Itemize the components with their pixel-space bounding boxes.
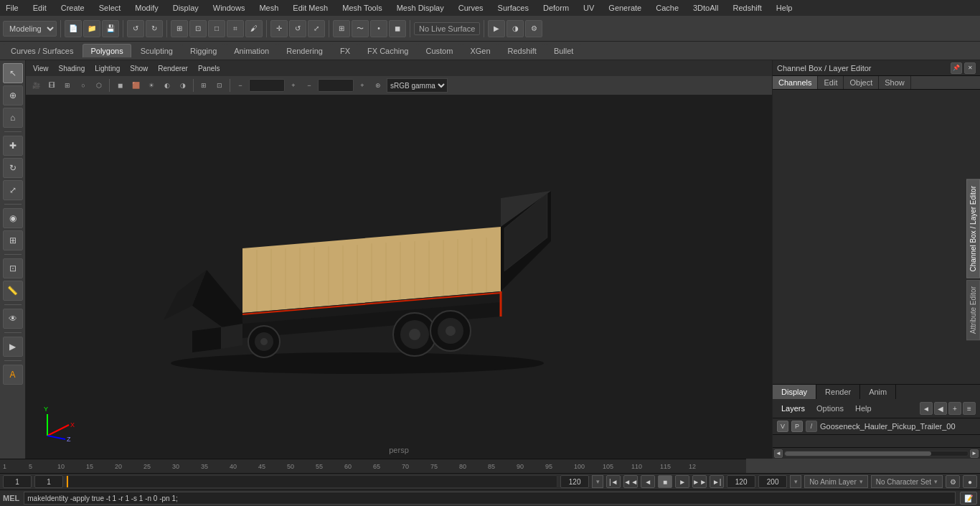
tab-sculpting[interactable]: Sculpting xyxy=(133,44,181,57)
snap-surface-button[interactable]: ◼ xyxy=(389,20,406,37)
range-end-input-1[interactable] xyxy=(560,475,589,488)
tab-polygons[interactable]: Polygons xyxy=(83,44,131,57)
layers-prev-button[interactable]: ◄ xyxy=(920,402,933,415)
tab-xgen[interactable]: XGen xyxy=(462,44,498,57)
gamma-minus-btn[interactable]: − xyxy=(302,78,316,93)
snap-grid-button[interactable]: ⊞ xyxy=(333,20,350,37)
tab-rigging[interactable]: Rigging xyxy=(182,44,225,57)
view-menu[interactable]: View xyxy=(30,63,52,74)
redo-button[interactable]: ↻ xyxy=(146,20,163,37)
gamma-input[interactable]: 1.00 xyxy=(318,79,354,92)
menu-generate[interactable]: Generate xyxy=(606,2,644,14)
menu-mesh-display[interactable]: Mesh Display xyxy=(394,2,447,14)
scene-area[interactable]: X Y Z persp xyxy=(26,95,772,459)
autokey-button[interactable]: ● xyxy=(963,475,977,488)
menu-mesh-tools[interactable]: Mesh Tools xyxy=(339,2,385,14)
select-by-component-button[interactable]: ⊡ xyxy=(189,20,207,37)
grid-btn[interactable]: ⊞ xyxy=(197,78,211,93)
play-back-button[interactable]: ◄ xyxy=(641,475,655,488)
step-back-button[interactable]: ◄◄ xyxy=(623,475,638,488)
paint-select-button[interactable]: 🖌 xyxy=(245,20,263,37)
step-forward-button[interactable]: ►► xyxy=(692,475,707,488)
menu-help[interactable]: Help xyxy=(773,2,796,14)
layers-scrollbar[interactable]: ◄ ► xyxy=(773,447,980,459)
tab-curves-surfaces[interactable]: Curves / Surfaces xyxy=(3,44,81,57)
tab-redshift[interactable]: Redshift xyxy=(500,44,545,57)
layers-options-button[interactable]: ≡ xyxy=(963,402,976,415)
range-end-input-2[interactable] xyxy=(727,475,755,488)
play-forward-button[interactable]: ► xyxy=(675,475,689,488)
menu-mesh[interactable]: Mesh xyxy=(256,2,281,14)
lighting-btn[interactable]: ☀ xyxy=(144,78,159,93)
menu-create[interactable]: Create xyxy=(58,2,88,14)
select-tool-button[interactable]: ↖ xyxy=(3,63,23,83)
panel-pin-button[interactable]: 📌 xyxy=(951,62,962,74)
scroll-right-btn[interactable]: ► xyxy=(970,449,979,458)
menu-modify[interactable]: Modify xyxy=(132,2,161,14)
snap-curve-button[interactable]: 〜 xyxy=(352,20,369,37)
tab-fx-caching[interactable]: FX Caching xyxy=(359,44,416,57)
render-tab[interactable]: Render xyxy=(816,385,860,399)
go-to-start-button[interactable]: |◄ xyxy=(606,475,621,488)
open-file-button[interactable]: 📁 xyxy=(83,20,100,37)
menu-curves[interactable]: Curves xyxy=(456,2,486,14)
tab-custom[interactable]: Custom xyxy=(418,44,461,57)
color-transform-btn[interactable]: ⊛ xyxy=(371,78,385,93)
film-btn[interactable]: 🎞 xyxy=(44,78,59,93)
menu-cache[interactable]: Cache xyxy=(653,2,682,14)
arnold-button[interactable]: A xyxy=(3,365,23,385)
camera-button[interactable]: 🎥 xyxy=(29,78,43,93)
menu-surfaces[interactable]: Surfaces xyxy=(495,2,532,14)
textured-btn[interactable]: 🟫 xyxy=(128,78,143,93)
rotate-button[interactable]: ↻ xyxy=(3,158,23,178)
scroll-thumb[interactable] xyxy=(785,451,931,456)
show-hide-button[interactable]: 👁 xyxy=(3,309,23,329)
shadows-btn[interactable]: ◐ xyxy=(160,78,174,93)
stop-button[interactable]: ■ xyxy=(658,475,672,488)
exposure-plus-btn[interactable]: + xyxy=(286,78,301,93)
layer-visibility-p[interactable]: P xyxy=(791,421,803,432)
anim-layer-selector[interactable]: No Anim Layer ▾ xyxy=(804,475,868,488)
go-to-end-button[interactable]: ►| xyxy=(710,475,724,488)
shaded-btn[interactable]: ◼ xyxy=(113,78,127,93)
attribute-editor-side-tab[interactable]: Attribute Editor xyxy=(966,280,980,340)
menu-deform[interactable]: Deform xyxy=(540,2,572,14)
new-file-button[interactable]: 📄 xyxy=(65,20,82,37)
panels-menu[interactable]: Panels xyxy=(195,63,223,74)
options-tab-label[interactable]: Options xyxy=(812,403,848,414)
range-dropdown[interactable]: ▾ xyxy=(790,475,801,488)
measure-button[interactable]: 📏 xyxy=(3,281,23,301)
component-button[interactable]: ⊞ xyxy=(3,230,23,250)
menu-windows[interactable]: Windows xyxy=(210,2,248,14)
layers-add-button[interactable]: + xyxy=(948,402,961,415)
char-set-selector[interactable]: No Character Set ▾ xyxy=(871,475,943,488)
tab-rendering[interactable]: Rendering xyxy=(278,44,331,57)
rotate-tool-button[interactable]: ↺ xyxy=(289,20,306,37)
menu-select[interactable]: Select xyxy=(96,2,124,14)
mode-select[interactable]: Modeling xyxy=(3,21,57,37)
isolate-btn[interactable]: ○ xyxy=(76,78,90,93)
save-file-button[interactable]: 💾 xyxy=(102,20,119,37)
menu-uv[interactable]: UV xyxy=(580,2,597,14)
menu-file[interactable]: File xyxy=(3,2,22,14)
object-tab[interactable]: Object xyxy=(844,76,879,89)
menu-edit-mesh[interactable]: Edit Mesh xyxy=(290,2,331,14)
timeline-slider[interactable] xyxy=(66,475,557,488)
lasso-tool-button[interactable]: ⌂ xyxy=(3,108,23,128)
help-tab-label[interactable]: Help xyxy=(851,403,876,414)
tab-animation[interactable]: Animation xyxy=(226,44,277,57)
move-tool-button[interactable]: ✛ xyxy=(270,20,288,37)
scale-tool-button[interactable]: ⤢ xyxy=(308,20,325,37)
tab-bullet[interactable]: Bullet xyxy=(546,44,582,57)
snap-button[interactable]: ⊡ xyxy=(3,258,23,278)
menu-3dtoall[interactable]: 3DtoAll xyxy=(690,2,721,14)
hud-btn[interactable]: ⊡ xyxy=(212,78,227,93)
current-frame-input[interactable] xyxy=(3,475,32,488)
undo-button[interactable]: ↺ xyxy=(127,20,144,37)
display-tab[interactable]: Display xyxy=(773,385,816,399)
panel-close-button[interactable]: ✕ xyxy=(964,62,976,74)
ao-btn[interactable]: ◑ xyxy=(176,78,190,93)
channel-box-side-tab[interactable]: Channel Box / Layer Editor xyxy=(966,179,980,278)
cam-clipping-btn[interactable]: ⊞ xyxy=(60,78,75,93)
frame-input-2[interactable] xyxy=(34,475,63,488)
